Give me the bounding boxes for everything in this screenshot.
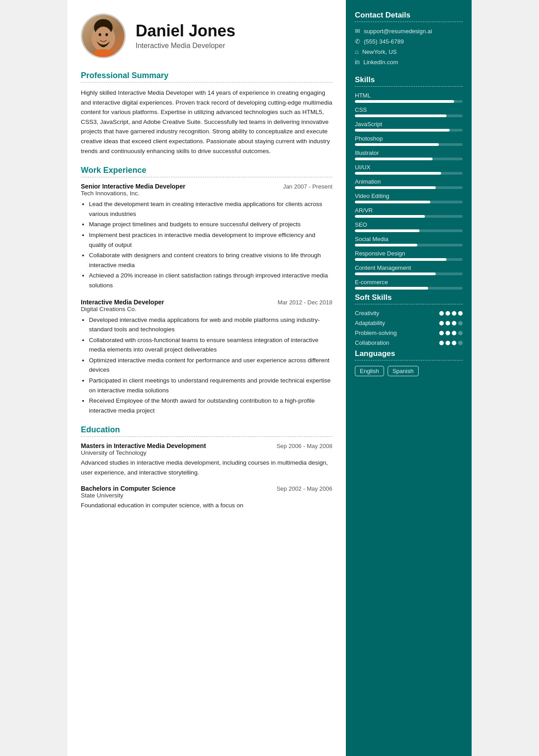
skill-item: Video Editing (355, 193, 463, 203)
svg-point-3 (99, 33, 102, 36)
skill-bar-fill (355, 172, 441, 175)
skills-list: HTML CSS JavaScript Photoshop Illustrato… (355, 92, 463, 290)
skill-item: SEO (355, 221, 463, 232)
skill-name: E-commerce (355, 279, 463, 286)
job-bullets: Developed interactive media applications… (81, 315, 332, 416)
skill-item: AR/VR (355, 207, 463, 218)
job-bullet: Manage project timelines and budgets to … (89, 220, 332, 229)
skill-bar-fill (355, 258, 446, 261)
edu-school: State University (81, 492, 332, 499)
job-company: Digital Creations Co. (81, 306, 332, 312)
education-item: Bachelors in Computer Science Sep 2002 -… (81, 485, 332, 510)
skill-bar-bg (355, 215, 463, 218)
skill-name: AR/VR (355, 207, 463, 214)
skill-bar-bg (355, 273, 463, 275)
skill-bar-bg (355, 158, 463, 160)
skills-divider (355, 86, 463, 87)
skill-bar-fill (355, 143, 439, 146)
skill-bar-bg (355, 244, 463, 246)
summary-text: Highly skilled Interactive Media Develop… (81, 88, 332, 156)
skill-bar-fill (355, 229, 420, 232)
job-header: Interactive Media Developer Mar 2012 - D… (81, 299, 332, 306)
skill-name: SEO (355, 221, 463, 228)
edu-dates: Sep 2002 - May 2006 (277, 485, 332, 492)
soft-skills-list: Creativity Adaptability Problem-solving … (355, 310, 463, 346)
skill-bar-fill (355, 186, 436, 189)
dot-empty (458, 321, 463, 325)
edu-degree: Masters in Interactive Media Development (81, 442, 206, 449)
skill-name: HTML (355, 92, 463, 99)
skill-dots (439, 311, 463, 316)
contact-item: ⌂NewYork, US (355, 48, 463, 55)
skill-item: E-commerce (355, 279, 463, 290)
skill-bar-fill (355, 215, 425, 218)
skill-dots (439, 341, 463, 345)
language-tag: Spanish (388, 366, 419, 376)
soft-skills-title: Soft Skills (355, 293, 463, 302)
skill-bar-bg (355, 287, 463, 290)
languages-title: Languages (355, 349, 463, 358)
language-tag: English (355, 366, 384, 376)
contact-item: ✉support@resumedesign.ai (355, 27, 463, 35)
skill-name: Video Editing (355, 193, 463, 199)
skill-bar-fill (355, 273, 436, 275)
edu-school: University of Technology (81, 449, 332, 456)
header-text: Daniel Jones Interactive Media Developer (136, 22, 235, 50)
person-title: Interactive Media Developer (136, 42, 235, 50)
job-bullet: Optimized interactive media content for … (89, 356, 332, 375)
contact-value: NewYork, US (362, 48, 397, 55)
contact-icon: ✆ (355, 38, 360, 45)
languages-divider (355, 360, 463, 360)
skills-section: Skills HTML CSS JavaScript Photoshop Ill… (355, 75, 463, 290)
skill-name: Animation (355, 178, 463, 185)
work-experience-divider (81, 177, 332, 177)
skill-bar-bg (355, 201, 463, 203)
skill-name: JavaScript (355, 121, 463, 127)
job-bullet: Collaborate with designers and content c… (89, 251, 332, 270)
soft-skills-section: Soft Skills Creativity Adaptability Prob… (355, 293, 463, 346)
left-column: Daniel Jones Interactive Media Developer… (67, 0, 346, 756)
skills-title: Skills (355, 75, 463, 84)
skill-name: Content Management (355, 264, 463, 271)
skill-item: Animation (355, 178, 463, 189)
soft-skill-name: Collaboration (355, 339, 389, 346)
work-experience-section: Work Experience Senior Interactive Media… (81, 166, 332, 415)
skill-bar-bg (355, 129, 463, 132)
dot-filled (446, 341, 450, 345)
contact-value: support@resumedesign.ai (364, 28, 432, 35)
soft-skills-divider (355, 304, 463, 304)
contact-icon: ⌂ (355, 48, 358, 55)
soft-skill-item: Creativity (355, 310, 463, 316)
skill-bar-fill (355, 114, 446, 117)
summary-divider (81, 82, 332, 83)
contact-item: ✆(555) 345-6789 (355, 38, 463, 45)
skill-bar-fill (355, 100, 454, 103)
summary-title: Professional Summary (81, 71, 332, 80)
job-bullet: Participated in client meetings to under… (89, 376, 332, 395)
skill-item: UI/UX (355, 164, 463, 175)
job-bullets: Lead the development team in creating in… (81, 199, 332, 290)
job-company: Tech Innovations, Inc. (81, 190, 332, 197)
edu-header: Bachelors in Computer Science Sep 2002 -… (81, 485, 332, 492)
dot-filled (439, 311, 444, 316)
soft-skill-name: Problem-solving (355, 330, 397, 336)
dot-filled (446, 311, 450, 316)
edu-dates: Sep 2006 - May 2008 (277, 443, 332, 449)
skill-bar-fill (355, 244, 417, 246)
education-title: Education (81, 425, 332, 435)
skill-bar-fill (355, 158, 433, 160)
skill-name: Photoshop (355, 135, 463, 142)
skill-name: Illustrator (355, 149, 463, 156)
contact-value: LinkedIn.com (363, 59, 398, 66)
skill-item: Photoshop (355, 135, 463, 146)
contact-value: (555) 345-6789 (364, 38, 404, 45)
skill-bar-bg (355, 114, 463, 117)
dot-filled (458, 311, 463, 316)
contact-list: ✉support@resumedesign.ai✆(555) 345-6789⌂… (355, 27, 463, 66)
job-dates: Mar 2012 - Dec 2018 (278, 299, 332, 306)
skill-item: Content Management (355, 264, 463, 275)
edu-header: Masters in Interactive Media Development… (81, 442, 332, 449)
skill-item: Responsive Design (355, 250, 463, 261)
dot-filled (452, 321, 456, 325)
skill-bar-bg (355, 172, 463, 175)
